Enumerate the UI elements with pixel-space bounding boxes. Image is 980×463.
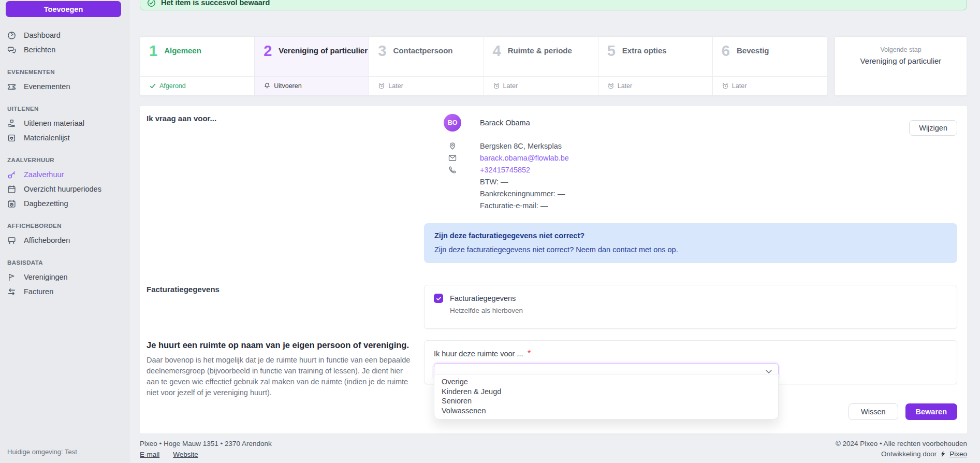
contact-bank: Bankrekeningnummer: — [480, 190, 957, 198]
clear-button[interactable]: Wissen [849, 403, 898, 420]
sidebar-item-dagbezetting[interactable]: Dagbezetting [0, 196, 130, 211]
next-step-value: Vereniging of particulier [835, 56, 967, 65]
alarm-clock-icon [722, 82, 729, 90]
step-number: 2 [264, 44, 272, 59]
section-request: Ik vraag aan voor... Wijzigen BO Barack … [147, 106, 957, 263]
billboard-icon [7, 236, 16, 245]
contact-address: Bergsken 8C, Merksplas [480, 142, 957, 150]
next-step-card: Volgende stap Vereniging of particulier [835, 36, 967, 96]
banner-message: Het item is succesvol bewaard [161, 0, 270, 7]
option-kinderen-jeugd[interactable]: Kinderen & Jeugd [434, 387, 778, 397]
option-volwassenen[interactable]: Volwassenen [434, 406, 778, 416]
calendar-icon [7, 185, 16, 194]
sidebar-item-overzicht-huurperiodes[interactable]: Overzicht huurperiodes [0, 182, 130, 196]
bell-icon [264, 82, 271, 90]
step-extra-opties[interactable]: 5 Extra opties Later [598, 37, 713, 95]
info-box-title: Zijn deze facturatiegegevens niet correc… [434, 232, 947, 240]
sidebar-item-afficheborden[interactable]: Afficheborden [0, 233, 130, 248]
step-number: 5 [607, 44, 616, 59]
sidebar-item-facturen[interactable]: Facturen [0, 284, 130, 299]
sidebar-item-zaalverhuur[interactable]: Zaalverhuur [0, 167, 130, 182]
sidebar-item-label: Facturen [24, 287, 53, 296]
step-status: Later [503, 82, 518, 90]
spacer [448, 190, 457, 198]
save-button[interactable]: Bewaren [905, 403, 957, 420]
step-vereniging-of-particulier[interactable]: 2 Vereniging of particulier Uitvoeren [255, 37, 369, 95]
messages-icon [7, 46, 16, 54]
sidebar-item-label: Uitlenen materiaal [24, 119, 84, 127]
sidebar-item-materialenlijst[interactable]: Materialenlijst [0, 131, 130, 145]
step-number: 4 [493, 44, 501, 59]
option-overige[interactable]: Overige [434, 377, 778, 387]
invoicing-checkbox[interactable] [434, 294, 443, 303]
sidebar-section-basisdata: BASISDATA [7, 259, 123, 266]
success-banner: Het item is succesvol bewaard [140, 0, 967, 10]
sidebar-item-label: Materialenlijst [24, 134, 70, 142]
sidebar-item-label: Zaalverhuur [24, 170, 64, 179]
footer-dev-link[interactable]: Pixeo [949, 450, 967, 458]
swap-arrows-icon [7, 287, 16, 296]
spacer [448, 178, 457, 186]
step-number: 3 [378, 44, 386, 59]
sidebar-section-zaalverhuur: ZAALVERHUUR [7, 157, 123, 163]
sidebar-item-label: Afficheborden [24, 236, 70, 244]
page-footer: Pixeo • Hoge Mauw 1351 • 2370 Arendonk E… [140, 440, 967, 458]
step-contactpersoon[interactable]: 3 Contactpersoon Later [369, 37, 484, 95]
calendar-clock-icon [7, 199, 16, 208]
edit-button[interactable]: Wijzigen [909, 120, 957, 136]
sidebar-item-uitlenen-materiaal[interactable]: Uitlenen materiaal [0, 116, 130, 131]
add-button[interactable]: Toevoegen [6, 1, 121, 17]
option-senioren[interactable]: Senioren [434, 396, 778, 406]
sidebar: Toevoegen Dashboard Berichten EVENEMENTE… [0, 0, 130, 463]
sidebar-item-label: Dashboard [24, 31, 61, 39]
sidebar-item-evenementen[interactable]: Evenementen [0, 79, 130, 94]
rental-heading: Je huurt een ruimte op naam van je eigen… [147, 340, 424, 350]
steps-card: 1 Algemeen Afgerond 2 Vereniging of part… [140, 36, 827, 96]
box-heart-icon [7, 134, 16, 142]
sidebar-item-label: Berichten [24, 46, 55, 54]
alarm-clock-icon [378, 82, 385, 90]
step-ruimte-periode[interactable]: 4 Ruimte & periode Later [484, 37, 598, 95]
section-invoicing: Facturatiegegevens Facturatiegegevens He… [147, 285, 957, 329]
step-bevestig[interactable]: 6 Bevestig Later [713, 37, 827, 95]
contact-email-link[interactable]: barack.obama@flowlab.be [480, 154, 957, 162]
form-sheet: Ik vraag aan voor... Wijzigen BO Barack … [140, 106, 967, 433]
contact-btw: BTW: — [480, 178, 957, 186]
contact-invoice-email: Facturatie-e-mail: — [480, 201, 957, 210]
main-content: Het item is succesvol bewaard 1 Algemeen… [130, 0, 980, 463]
contact-phone-link[interactable]: +32415745852 [480, 166, 957, 174]
contact-card: BO Barack Obama Bergsken 8C, Merksplas b… [424, 114, 957, 211]
info-box-body: Zijn deze facturatiegegevens niet correc… [434, 245, 947, 254]
step-label: Bevestig [737, 44, 769, 55]
step-algemeen[interactable]: 1 Algemeen Afgerond [140, 37, 255, 95]
step-label: Contactpersoon [393, 44, 452, 55]
step-status: Later [732, 82, 747, 90]
step-status: Later [618, 82, 633, 90]
step-status: Uitvoeren [274, 82, 302, 90]
rental-card: Ik huur deze ruimte voor ... * Overige K… [424, 340, 957, 384]
chevron-down-icon [766, 370, 772, 374]
invoicing-card: Facturatiegegevens Hetzelfde als hierbov… [424, 285, 957, 329]
step-number: 6 [722, 44, 730, 59]
step-label: Ruimte & periode [508, 44, 572, 55]
sidebar-item-berichten[interactable]: Berichten [0, 42, 130, 57]
flag-icon [7, 273, 16, 282]
envelope-icon [448, 154, 457, 162]
footer-website-link[interactable]: Website [173, 451, 198, 458]
sidebar-item-label: Dagbezetting [24, 199, 68, 208]
sidebar-section-afficheborden: AFFICHEBORDEN [7, 223, 123, 229]
sidebar-item-verenigingen[interactable]: Verenigingen [0, 270, 130, 284]
alarm-clock-icon [493, 82, 500, 90]
contact-name: Barack Obama [480, 119, 957, 127]
pixeo-logo-icon [940, 451, 946, 457]
sidebar-item-dashboard[interactable]: Dashboard [0, 28, 130, 42]
request-heading: Ik vraag aan voor... [147, 114, 424, 123]
footer-address: Pixeo • Hoge Mauw 1351 • 2370 Arendonk [140, 440, 272, 447]
step-label: Extra opties [622, 44, 667, 55]
step-label: Algemeen [164, 44, 201, 55]
key-icon [7, 170, 16, 179]
sidebar-section-uitlenen: UITLENEN [7, 106, 123, 112]
footer-email-link[interactable]: E-mail [140, 451, 159, 458]
checkbox-label[interactable]: Facturatiegegevens [450, 294, 516, 302]
sidebar-item-label: Overzicht huurperiodes [24, 185, 101, 193]
